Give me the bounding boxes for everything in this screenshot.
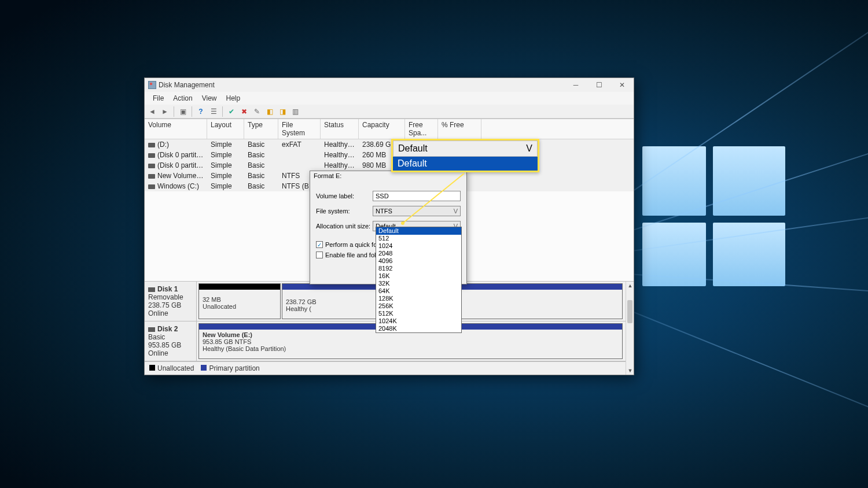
disk-header[interactable]: Disk 2 Basic 953.85 GB Online xyxy=(145,321,197,361)
option-1024[interactable]: 1024 xyxy=(376,242,461,250)
scroll-up-icon[interactable]: ▲ xyxy=(626,282,634,290)
new-icon[interactable]: ✎ xyxy=(252,106,262,117)
option-64k[interactable]: 64K xyxy=(376,287,461,295)
col-filesystem[interactable]: File System xyxy=(278,119,321,139)
check-icon[interactable]: ✔ xyxy=(226,106,237,117)
col-status[interactable]: Status xyxy=(321,119,359,139)
option-32k[interactable]: 32K xyxy=(376,280,461,287)
col-capacity[interactable]: Capacity xyxy=(359,119,405,139)
disk-icon xyxy=(148,327,155,332)
scroll-down-icon[interactable]: ▼ xyxy=(626,367,634,375)
col-pctfree[interactable]: % Free xyxy=(438,119,481,139)
compression-checkbox[interactable] xyxy=(316,252,323,258)
close-button[interactable]: ✕ xyxy=(610,78,634,92)
option-128k[interactable]: 128K xyxy=(376,295,461,302)
scroll-thumb[interactable] xyxy=(627,300,632,323)
chevron-down-icon: V xyxy=(526,143,532,154)
volume-icon xyxy=(148,143,155,147)
maximize-button[interactable]: ☐ xyxy=(587,78,610,92)
menubar: File Action View Help xyxy=(145,92,634,105)
option-2048[interactable]: 2048 xyxy=(376,250,461,257)
table-row[interactable]: (Disk 0 partition 1) Simple Basic Health… xyxy=(145,150,634,160)
volume-icon xyxy=(148,153,155,158)
quick-format-checkbox[interactable]: ✓ xyxy=(316,241,323,248)
menu-file[interactable]: File xyxy=(148,93,168,103)
volume-icon xyxy=(148,174,155,179)
volume-icon xyxy=(148,184,155,189)
option-512[interactable]: 512 xyxy=(376,235,461,242)
back-icon[interactable]: ◄ xyxy=(147,106,157,117)
option-default[interactable]: Default xyxy=(376,227,461,235)
callout-current-value: Default V xyxy=(393,141,538,157)
volume-icon xyxy=(148,164,155,168)
table-row[interactable]: (D:) Simple Basic exFAT Healthy (P... 23… xyxy=(145,139,634,150)
toolbar: ◄ ► ▣ ? ☰ ✔ ✖ ✎ ◧ ◨ ▥ xyxy=(145,105,634,119)
col-volume[interactable]: Volume xyxy=(145,119,207,139)
col-layout[interactable]: Layout xyxy=(207,119,244,139)
legend-swatch-unallocated xyxy=(149,365,155,371)
window-title: Disk Management xyxy=(159,81,564,89)
callout-highlighted-option: Default xyxy=(393,157,538,171)
help-icon[interactable]: ? xyxy=(196,106,206,117)
delete-icon[interactable]: ✖ xyxy=(239,106,249,117)
volume-label-input[interactable]: SSD xyxy=(373,191,461,201)
file-system-select[interactable]: NTFSV xyxy=(373,206,461,216)
legend: Unallocated Primary partition xyxy=(145,361,634,375)
chevron-down-icon: V xyxy=(454,208,458,215)
app-icon xyxy=(148,81,156,89)
menu-action[interactable]: Action xyxy=(168,93,197,103)
col-free[interactable]: Free Spa... xyxy=(405,119,438,139)
refresh-icon[interactable]: ☰ xyxy=(208,106,219,117)
menu-help[interactable]: Help xyxy=(222,93,245,103)
option-8192[interactable]: 8192 xyxy=(376,265,461,272)
disk-icon xyxy=(148,287,155,292)
disk-header[interactable]: Disk 1 Removable 238.75 GB Online xyxy=(145,282,197,321)
titlebar[interactable]: Disk Management ─ ☐ ✕ xyxy=(145,78,634,92)
minimize-button[interactable]: ─ xyxy=(564,78,587,92)
allocation-size-label: Allocation unit size: xyxy=(316,223,373,230)
volume-label-label: Volume label: xyxy=(316,193,373,199)
layout-icon[interactable]: ▥ xyxy=(290,106,300,117)
option-4096[interactable]: 4096 xyxy=(376,257,461,265)
forward-icon[interactable]: ► xyxy=(160,106,170,117)
scrollbar[interactable]: ▲ ▼ xyxy=(626,282,634,375)
settings-icon[interactable]: ◨ xyxy=(277,106,288,117)
option-1024k[interactable]: 1024K xyxy=(376,317,461,325)
callout-magnified-select: Default V Default xyxy=(391,139,539,172)
file-system-label: File system: xyxy=(316,208,373,215)
option-512k[interactable]: 512K xyxy=(376,310,461,317)
option-2048k[interactable]: 2048K xyxy=(376,325,461,332)
dialog-title: Format E: xyxy=(310,171,466,180)
menu-view[interactable]: View xyxy=(197,93,222,103)
partition-unallocated[interactable]: 32 MB Unallocated xyxy=(198,283,281,319)
option-16k[interactable]: 16K xyxy=(376,272,461,280)
allocation-size-dropdown[interactable]: Default 512 1024 2048 4096 8192 16K 32K … xyxy=(376,227,462,333)
up-icon[interactable]: ▣ xyxy=(178,106,188,117)
properties-icon[interactable]: ◧ xyxy=(264,106,275,117)
legend-swatch-primary xyxy=(201,365,207,371)
option-256k[interactable]: 256K xyxy=(376,302,461,310)
table-row[interactable]: (Disk 0 partition 4) Simple Basic Health… xyxy=(145,160,634,171)
col-type[interactable]: Type xyxy=(244,119,278,139)
windows-logo xyxy=(642,146,785,286)
